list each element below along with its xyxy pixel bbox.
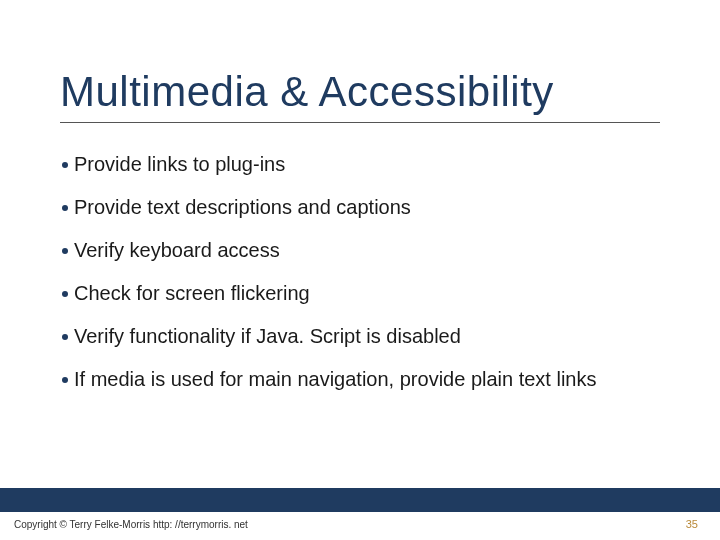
bullet-icon [62, 334, 68, 340]
slide: Multimedia & Accessibility Provide links… [0, 0, 720, 540]
list-item: Verify functionality if Java. Script is … [62, 324, 680, 349]
bullet-text: Check for screen flickering [74, 281, 680, 306]
bullet-text: Verify functionality if Java. Script is … [74, 324, 680, 349]
bullet-list: Provide links to plug-ins Provide text d… [62, 152, 680, 410]
bullet-text: Verify keyboard access [74, 238, 680, 263]
slide-title: Multimedia & Accessibility [60, 68, 660, 123]
bullet-text: Provide text descriptions and captions [74, 195, 680, 220]
page-number: 35 [686, 518, 698, 530]
footer-copyright: Copyright © Terry Felke-Morris http: //t… [14, 519, 248, 530]
list-item: Verify keyboard access [62, 238, 680, 263]
list-item: Provide links to plug-ins [62, 152, 680, 177]
bullet-icon [62, 248, 68, 254]
list-item: Provide text descriptions and captions [62, 195, 680, 220]
list-item: Check for screen flickering [62, 281, 680, 306]
list-item: If media is used for main navigation, pr… [62, 367, 680, 392]
bullet-icon [62, 162, 68, 168]
bullet-icon [62, 291, 68, 297]
footer-bar [0, 488, 720, 512]
bullet-icon [62, 377, 68, 383]
bullet-text: If media is used for main navigation, pr… [74, 367, 680, 392]
bullet-text: Provide links to plug-ins [74, 152, 680, 177]
bullet-icon [62, 205, 68, 211]
